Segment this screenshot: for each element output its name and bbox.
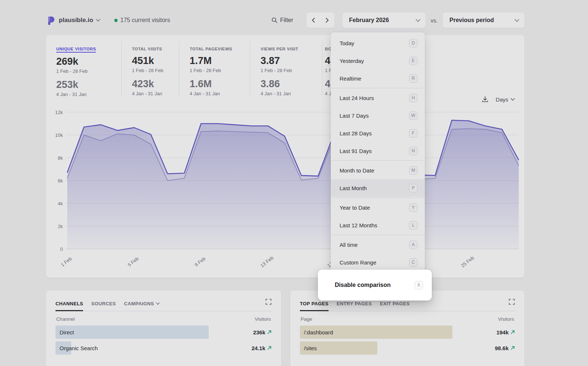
pages-table-header: Page Visitors <box>300 311 515 326</box>
stat-period: 1 Feb - 28 Feb <box>190 68 250 73</box>
stat-column-total-visits[interactable]: TOTAL VISITS451k1 Feb - 28 Feb423k4 Jan … <box>121 42 179 96</box>
menu-item-last-24-hours[interactable]: Last 24 HoursH <box>331 89 425 107</box>
tab-top-pages[interactable]: TOP PAGES <box>300 301 329 306</box>
tab-label: CAMPAIGNS <box>124 301 154 306</box>
visitors-column-header: Visitors <box>498 316 514 322</box>
trend-up-arrow-icon <box>267 346 272 350</box>
shortcut-badge: D <box>409 39 417 47</box>
stat-prev-value: 423k <box>132 78 179 90</box>
stat-label: VIEWS PER VISIT <box>261 47 298 51</box>
comparison-picker[interactable]: Previous period <box>443 13 524 28</box>
disable-comparison-item[interactable]: Disable comparison X <box>318 276 423 294</box>
menu-item-last-7-days[interactable]: Last 7 DaysW <box>331 107 425 124</box>
tab-entry-pages[interactable]: ENTRY PAGES <box>337 301 372 306</box>
tab-label: ENTRY PAGES <box>337 301 372 306</box>
y-axis-tick: 12k <box>55 110 63 115</box>
menu-divider <box>331 88 425 88</box>
tab-channels[interactable]: CHANNELS <box>55 301 83 306</box>
chevron-down-icon <box>510 98 515 101</box>
site-name[interactable]: plausible.io <box>59 17 93 24</box>
x-axis-tick: 13 Feb <box>259 255 275 269</box>
visitors-chart[interactable]: 02k4k6k8k10k12k1 Feb5 Feb9 Feb13 Feb17 F… <box>50 107 521 273</box>
menu-item-today[interactable]: TodayD <box>331 34 425 52</box>
plausible-logo-icon <box>46 15 59 25</box>
row-name[interactable]: Direct <box>55 329 74 335</box>
shortcut-badge: W <box>409 111 417 120</box>
period-nav <box>306 13 334 28</box>
menu-item-realtime[interactable]: RealtimeR <box>331 70 425 87</box>
pages-tabs: TOP PAGESENTRY PAGESEXIT PAGES <box>300 299 515 311</box>
y-axis-tick: 8k <box>58 155 63 161</box>
menu-item-label: Last 7 Days <box>340 113 369 119</box>
chart-area-fill <box>67 120 519 249</box>
table-row-sites[interactable]: /sites98.6k <box>300 341 515 355</box>
shortcut-badge: E <box>409 57 417 65</box>
menu-item-yesterday[interactable]: YesterdayE <box>331 52 425 70</box>
row-name[interactable]: /sites <box>300 345 317 351</box>
interval-dropdown[interactable]: Days <box>496 96 515 103</box>
y-axis-tick: 10k <box>55 132 63 138</box>
menu-divider <box>331 160 425 161</box>
stat-prev-value: 3.86 <box>261 78 322 90</box>
y-axis-tick: 6k <box>58 178 63 184</box>
shortcut-badge: F <box>409 129 417 138</box>
stat-column-views-per-visit[interactable]: VIEWS PER VISIT3.871 Feb - 28 Feb3.864 J… <box>250 42 322 96</box>
previous-period-arrow-button[interactable] <box>306 13 320 28</box>
row-name[interactable]: /:dashboard <box>300 329 333 335</box>
row-visitors: 24.1k <box>251 345 272 351</box>
row-name[interactable]: Organic Search <box>55 345 98 351</box>
pages-rows: /:dashboard194k/sites98.6k <box>300 326 515 355</box>
current-visitors[interactable]: 175 current visitors <box>114 17 170 24</box>
trend-up-arrow-icon <box>510 346 515 350</box>
search-icon <box>272 17 277 23</box>
shortcut-badge: H <box>409 94 417 102</box>
site-chevron-down-icon[interactable] <box>96 19 100 22</box>
filter-label: Filter <box>280 17 293 24</box>
menu-item-all-time[interactable]: All timeA <box>331 236 425 253</box>
date-range-menu: TodayDYesterdayERealtimeRLast 24 HoursHL… <box>331 32 425 273</box>
filter-button[interactable]: Filter <box>272 17 293 24</box>
shortcut-badge: M <box>409 166 417 175</box>
shortcut-badge: R <box>409 74 417 83</box>
header-controls: Filter February 2026 vs. Previous period <box>272 13 524 28</box>
menu-item-label: All time <box>340 242 358 248</box>
menu-item-last-28-days[interactable]: Last 28 DaysF <box>331 124 425 142</box>
menu-item-last-91-days[interactable]: Last 91 DaysN <box>331 142 425 160</box>
next-period-arrow-button[interactable] <box>320 13 334 28</box>
table-row-dashboard[interactable]: /:dashboard194k <box>300 326 515 339</box>
stat-column-total-pageviews[interactable]: TOTAL PAGEVIEWS1.7M1 Feb - 28 Feb1.6M4 J… <box>179 42 250 96</box>
analytics-card: UNIQUE VISITORS269k1 Feb - 28 Feb253k4 J… <box>46 35 524 278</box>
menu-item-label: Last 12 Months <box>340 222 377 228</box>
stat-value: 269k <box>56 56 121 67</box>
tab-campaigns[interactable]: CAMPAIGNS <box>124 301 160 306</box>
chevron-down-icon <box>514 19 519 22</box>
stat-prev-value: 1.6M <box>190 78 250 90</box>
menu-item-last-12-months[interactable]: Last 12 MonthsL <box>331 216 425 234</box>
shortcut-badge: L <box>409 221 417 230</box>
date-range-picker[interactable]: February 2026 <box>343 13 426 28</box>
shortcut-badge: Y <box>409 203 417 212</box>
expand-icon[interactable] <box>509 299 515 306</box>
stat-label: TOTAL VISITS <box>132 47 162 51</box>
interval-label: Days <box>496 96 508 103</box>
expand-icon[interactable] <box>265 299 272 306</box>
menu-item-month-to-date[interactable]: Month to DateM <box>331 161 425 179</box>
download-icon[interactable] <box>482 96 488 103</box>
stat-value: 451k <box>132 55 179 67</box>
tab-exit-pages[interactable]: EXIT PAGES <box>380 301 410 306</box>
table-row-organic-search[interactable]: Organic Search24.1k <box>55 341 272 355</box>
stat-period: 1 Feb - 28 Feb <box>132 68 179 73</box>
menu-item-last-month[interactable]: Last MonthP <box>331 179 425 197</box>
vs-label: vs. <box>431 17 438 24</box>
channel-column-header: Channel <box>56 316 75 322</box>
stat-column-unique-visitors[interactable]: UNIQUE VISITORS269k1 Feb - 28 Feb253k4 J… <box>46 42 121 96</box>
menu-item-label: Last 24 Hours <box>340 95 374 101</box>
menu-item-year-to-date[interactable]: Year to DateY <box>331 199 425 216</box>
tab-sources[interactable]: SOURCES <box>91 301 116 306</box>
tab-label: TOP PAGES <box>300 301 329 306</box>
menu-item-custom-range[interactable]: Custom RangeC <box>331 253 425 271</box>
table-row-direct[interactable]: Direct236k <box>55 326 272 339</box>
shortcut-badge: A <box>409 241 417 249</box>
tab-label: SOURCES <box>91 301 116 306</box>
comparison-menu: Disable comparison X <box>318 270 432 301</box>
